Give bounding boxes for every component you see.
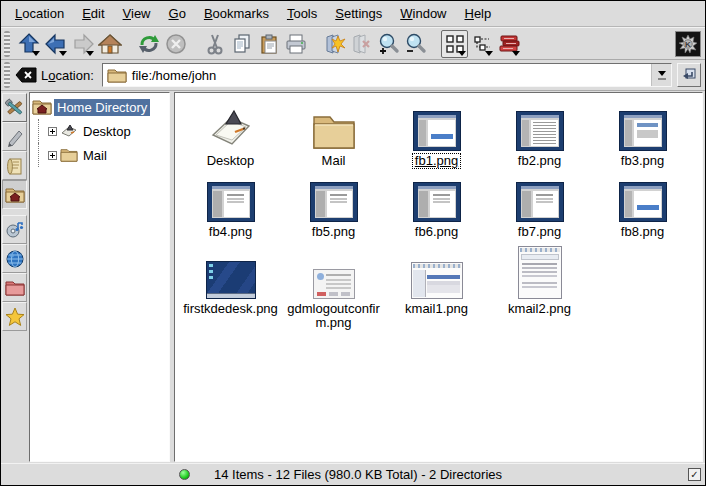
home-button[interactable] <box>96 30 123 58</box>
file-item-mail[interactable]: Mail <box>282 97 385 168</box>
expand-plus-icon[interactable] <box>48 127 57 136</box>
sidebar-tab-history[interactable] <box>2 151 27 180</box>
window-new-icon <box>323 32 347 56</box>
sidebar-tab-bookmarks[interactable] <box>2 302 27 331</box>
up-button[interactable] <box>15 30 42 58</box>
image-thumbnail <box>518 243 562 299</box>
reload-icon <box>137 32 161 56</box>
menu-bookmarks[interactable]: Bookmarks <box>196 3 277 24</box>
active-view-indicator-icon[interactable]: ✓ <box>688 468 701 481</box>
dropdown-triangle-icon <box>658 71 666 76</box>
file-item-kmail1[interactable]: kmail1.png <box>385 239 488 330</box>
thumb-detail <box>637 123 658 127</box>
icon-view-button[interactable] <box>441 30 468 58</box>
window-new-button[interactable] <box>321 30 348 58</box>
image-thumbnail <box>516 101 564 151</box>
tree-view-button[interactable] <box>468 30 495 58</box>
main-toolbar: K <box>1 27 705 60</box>
file-item-fb1[interactable]: fb1.png <box>385 97 488 168</box>
copy-button[interactable] <box>228 30 255 58</box>
location-input[interactable]: file:/home/john <box>103 64 651 86</box>
cut-button[interactable] <box>201 30 228 58</box>
tree-item-label: Desktop <box>80 123 134 140</box>
menu-location[interactable]: Location <box>7 3 72 24</box>
file-icon-view[interactable]: Desktop Mail <box>174 92 703 462</box>
file-label: fb8.png <box>619 225 666 239</box>
file-row: Desktop Mail <box>179 97 702 168</box>
bookshelf-button[interactable] <box>495 30 522 58</box>
menu-tools[interactable]: Tools <box>279 3 325 24</box>
tree-item-desktop[interactable]: Desktop <box>32 119 169 143</box>
sidebar-tab-pencil[interactable] <box>2 122 27 151</box>
file-item-firstkdedesk[interactable]: firstkdedesk.png <box>179 239 282 330</box>
back-button[interactable] <box>42 30 69 58</box>
expand-plus-icon[interactable] <box>48 151 57 160</box>
up-dropdown-arrow[interactable] <box>32 51 40 56</box>
file-row: firstkdedesk.png gdmlogoutconfirm.png km… <box>179 239 702 330</box>
sidebar-tab-configure[interactable] <box>2 93 27 122</box>
menu-settings[interactable]: Settings <box>327 3 390 24</box>
file-item-gdmlogoutconfirm[interactable]: gdmlogoutconfirm.png <box>282 239 385 330</box>
kde-gear-throbber: K <box>675 31 701 57</box>
screenshot-thumbnail <box>310 182 358 222</box>
thumb-detail <box>326 274 351 276</box>
file-label: Mail <box>320 154 348 168</box>
go-enter-icon <box>681 67 697 83</box>
tree-view-dropdown-arrow[interactable] <box>485 51 493 56</box>
go-button[interactable] <box>677 63 701 87</box>
icon-view-dropdown-arrow[interactable] <box>458 51 466 56</box>
directory-icon <box>207 101 255 151</box>
sidebar-tab-root-directory[interactable] <box>2 273 27 302</box>
thumb-detail <box>637 205 659 210</box>
file-label: fb2.png <box>516 154 563 168</box>
root-folder-icon <box>5 279 25 297</box>
bookshelf-dropdown-arrow[interactable] <box>512 51 520 56</box>
file-item-kmail2[interactable]: kmail2.png <box>488 239 591 330</box>
file-item-fb4[interactable]: fb4.png <box>179 168 282 239</box>
image-thumbnail <box>516 172 564 222</box>
menu-help[interactable]: Help <box>457 3 500 24</box>
file-item-fb8[interactable]: fb8.png <box>591 168 694 239</box>
menu-bar: Location Edit View Go Bookmarks Tools Se… <box>1 1 705 27</box>
tree-indent <box>32 119 46 143</box>
menu-edit[interactable]: Edit <box>74 3 112 24</box>
sidebar-tab-network[interactable] <box>2 244 27 273</box>
file-item-desktop[interactable]: Desktop <box>179 97 282 168</box>
file-label: fb6.png <box>413 225 460 239</box>
configure-tools-icon <box>5 98 25 118</box>
file-item-fb3[interactable]: fb3.png <box>591 97 694 168</box>
file-item-fb7[interactable]: fb7.png <box>488 168 591 239</box>
reload-button[interactable] <box>135 30 162 58</box>
file-item-fb6[interactable]: fb6.png <box>385 168 488 239</box>
zoom-out-button[interactable] <box>402 30 429 58</box>
sidebar-tab-home-directory[interactable] <box>2 180 27 209</box>
print-button[interactable] <box>282 30 309 58</box>
sidebar-tab-services[interactable] <box>2 215 27 244</box>
file-label: fb1.png <box>413 154 460 168</box>
zoom-out-icon <box>404 32 428 56</box>
location-dropdown-button[interactable] <box>651 64 671 86</box>
folder-icon <box>60 147 78 163</box>
menu-view[interactable]: View <box>115 3 159 24</box>
file-item-fb5[interactable]: fb5.png <box>282 168 385 239</box>
toolbar-grip[interactable] <box>4 31 10 57</box>
location-combobox[interactable]: file:/home/john <box>102 63 672 87</box>
zoom-in-button[interactable] <box>375 30 402 58</box>
menu-go[interactable]: Go <box>161 3 194 24</box>
screenshot-thumbnail <box>207 182 255 222</box>
location-toolbar-grip[interactable] <box>4 62 10 88</box>
desktop-icon <box>60 122 78 140</box>
image-thumbnail <box>206 243 256 299</box>
file-item-fb2[interactable]: fb2.png <box>488 97 591 168</box>
back-dropdown-arrow[interactable] <box>59 51 67 56</box>
tree-item-home-directory[interactable]: Home Directory <box>32 95 169 119</box>
thumb-detail <box>227 194 244 196</box>
menu-window[interactable]: Window <box>392 3 454 24</box>
paste-button[interactable] <box>255 30 282 58</box>
dropdown-bar <box>658 78 666 80</box>
tree-line <box>38 143 39 167</box>
clear-location-icon[interactable] <box>15 66 37 84</box>
tree-line <box>38 119 39 143</box>
tree-item-mail[interactable]: Mail <box>32 143 169 167</box>
image-thumbnail <box>411 243 463 299</box>
